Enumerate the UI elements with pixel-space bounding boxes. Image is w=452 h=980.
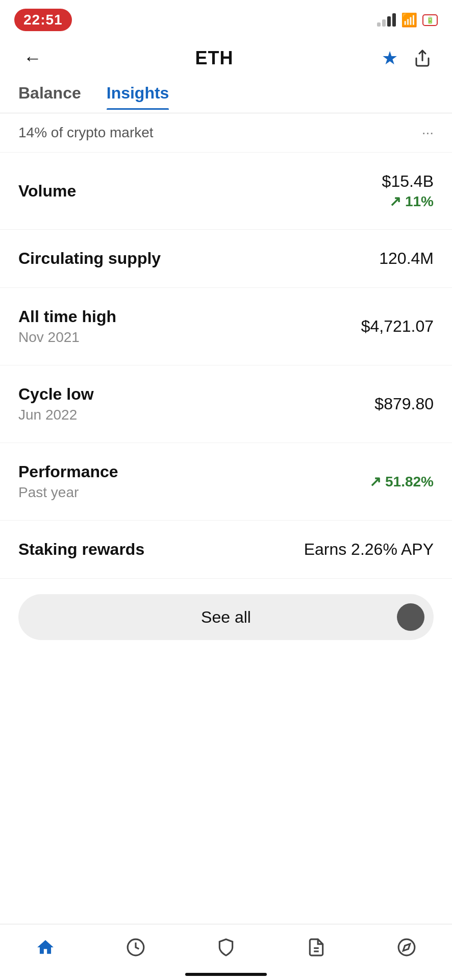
see-all-button[interactable]: See all (18, 594, 434, 640)
row-volume-change: ↗ 11% (389, 193, 434, 210)
row-all-time-high-label: All time high (18, 307, 116, 326)
home-icon (36, 938, 55, 962)
row-staking-rewards: Staking rewardsEarns 2.26% APY (0, 521, 452, 579)
row-circulating-supply-left: Circulating supply (18, 249, 161, 268)
row-cycle-low-label: Cycle low (18, 385, 94, 404)
row-all-time-high-left: All time highNov 2021 (18, 307, 116, 346)
share-button[interactable] (411, 47, 434, 69)
market-cap-row: 14% of crypto market ··· (0, 113, 452, 153)
receipt-icon (307, 938, 326, 962)
insights-list: Volume$15.4B↗ 11%Circulating supply120.4… (0, 153, 452, 579)
share-icon (413, 49, 432, 67)
shield-icon (216, 938, 236, 962)
see-all-dot-icon (397, 603, 424, 631)
see-all-section: See all (0, 579, 452, 655)
page-title: ETH (195, 47, 234, 69)
nav-compass[interactable] (362, 938, 452, 962)
row-circulating-supply: Circulating supply120.4M (0, 230, 452, 288)
nav-receipts[interactable] (271, 938, 362, 962)
row-all-time-high: All time highNov 2021$4,721.07 (0, 288, 452, 365)
battery-icon: 🔋 (422, 14, 438, 26)
row-circulating-supply-label: Circulating supply (18, 249, 161, 268)
row-all-time-high-value: $4,721.07 (361, 317, 434, 336)
status-bar: 22:51 📶 🔋 (0, 0, 452, 36)
row-performance-right: ↗ 51.82% (369, 473, 434, 490)
svg-point-4 (399, 939, 415, 955)
svg-marker-5 (404, 944, 410, 950)
row-all-time-high-right: $4,721.07 (361, 317, 434, 336)
row-cycle-low: Cycle lowJun 2022$879.80 (0, 365, 452, 443)
home-indicator (185, 973, 267, 976)
row-performance-label: Performance (18, 462, 118, 481)
row-staking-rewards-label: Staking rewards (18, 540, 144, 559)
nav-shield[interactable] (181, 938, 271, 962)
row-volume-value: $15.4B (382, 172, 434, 191)
row-cycle-low-sublabel: Jun 2022 (18, 407, 94, 423)
favorite-icon[interactable]: ★ (382, 47, 398, 69)
back-button[interactable]: ← (18, 44, 47, 72)
status-icons: 📶 🔋 (377, 12, 438, 28)
see-all-label: See all (201, 608, 251, 627)
row-performance-left: PerformancePast year (18, 462, 118, 501)
signal-icon (377, 13, 396, 27)
row-volume-right: $15.4B↗ 11% (382, 172, 434, 210)
nav-home[interactable] (0, 938, 90, 962)
row-volume: Volume$15.4B↗ 11% (0, 153, 452, 230)
time: 22:51 (14, 9, 72, 31)
wifi-icon: 📶 (401, 12, 417, 28)
header-actions: ★ (382, 47, 434, 69)
back-arrow-icon: ← (23, 47, 42, 69)
row-performance-sublabel: Past year (18, 484, 118, 501)
header: ← ETH ★ (0, 36, 452, 81)
row-circulating-supply-value: 120.4M (379, 249, 434, 268)
row-volume-left: Volume (18, 182, 76, 201)
row-staking-rewards-value: Earns 2.26% APY (304, 540, 434, 559)
nav-history[interactable] (90, 938, 181, 962)
row-staking-rewards-right: Earns 2.26% APY (304, 540, 434, 559)
row-performance: PerformancePast year↗ 51.82% (0, 443, 452, 521)
history-icon (126, 938, 145, 962)
tabs: Balance Insights (0, 81, 452, 113)
row-all-time-high-sublabel: Nov 2021 (18, 329, 116, 346)
tab-balance[interactable]: Balance (18, 84, 81, 110)
market-cap-dots: ··· (422, 125, 434, 141)
row-performance-change: ↗ 51.82% (369, 473, 434, 490)
compass-icon (397, 938, 416, 962)
row-cycle-low-value: $879.80 (374, 395, 434, 413)
row-staking-rewards-left: Staking rewards (18, 540, 144, 559)
row-circulating-supply-right: 120.4M (379, 249, 434, 268)
bottom-navigation (0, 924, 452, 980)
row-volume-label: Volume (18, 182, 76, 201)
row-cycle-low-left: Cycle lowJun 2022 (18, 385, 94, 423)
tab-insights[interactable]: Insights (107, 84, 169, 110)
row-cycle-low-right: $879.80 (374, 395, 434, 413)
market-cap-label: 14% of crypto market (18, 125, 154, 141)
